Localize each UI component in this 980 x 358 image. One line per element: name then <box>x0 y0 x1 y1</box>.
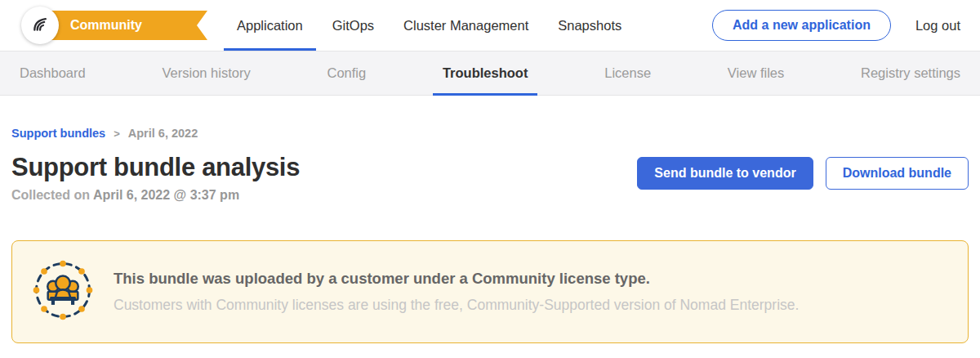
tab-application[interactable]: Application <box>235 0 305 51</box>
subtab-troubleshoot-label: Troubleshoot <box>443 65 528 81</box>
subtab-version-history-label: Version history <box>163 65 251 81</box>
notice-heading: This bundle was uploaded by a customer u… <box>114 270 799 288</box>
tab-cluster-management[interactable]: Cluster Management <box>402 0 530 51</box>
notice-body: Customers with Community licenses are us… <box>114 297 799 314</box>
breadcrumb-support-bundles-link[interactable]: Support bundles <box>11 127 105 140</box>
subtab-dashboard-label: Dashboard <box>20 65 86 81</box>
brand: Community Edition <box>11 0 207 51</box>
community-license-notice: This bundle was uploaded by a customer u… <box>11 240 969 343</box>
community-edition-badge: Community Edition <box>34 11 207 40</box>
subtab-view-files[interactable]: View files <box>726 51 786 95</box>
replicated-mark-icon <box>29 13 51 38</box>
breadcrumb-current: April 6, 2022 <box>128 127 198 140</box>
primary-tabs: Application GitOps Cluster Management Sn… <box>235 0 623 51</box>
tab-snapshots[interactable]: Snapshots <box>556 0 623 51</box>
breadcrumb-separator: > <box>114 128 120 140</box>
subtab-registry-settings[interactable]: Registry settings <box>859 51 962 95</box>
main-content: Support bundles > April 6, 2022 Support … <box>0 127 980 343</box>
app-subnav: Dashboard Version history Config Trouble… <box>0 51 980 96</box>
subtab-config-label: Config <box>327 65 366 81</box>
subtab-version-history[interactable]: Version history <box>161 51 252 95</box>
subtab-license-label: License <box>604 65 651 81</box>
title-row: Support bundle analysis Collected on Apr… <box>11 153 969 203</box>
collected-date: April 6, 2022 @ 3:37 pm <box>93 188 239 202</box>
logout-link[interactable]: Log out <box>915 18 960 34</box>
subtab-registry-settings-label: Registry settings <box>861 65 960 81</box>
tab-cluster-management-label: Cluster Management <box>403 18 528 34</box>
tab-gitops[interactable]: GitOps <box>331 0 376 51</box>
collected-on-line: Collected on April 6, 2022 @ 3:37 pm <box>11 188 300 203</box>
page-title: Support bundle analysis <box>11 153 300 182</box>
notice-text: This bundle was uploaded by a customer u… <box>114 270 799 314</box>
subtab-config[interactable]: Config <box>325 51 368 95</box>
download-bundle-button[interactable]: Download bundle <box>826 157 969 190</box>
add-new-application-button[interactable]: Add a new application <box>712 10 891 41</box>
subtab-troubleshoot[interactable]: Troubleshoot <box>441 51 530 95</box>
app-logo[interactable] <box>21 7 59 44</box>
breadcrumb: Support bundles > April 6, 2022 <box>11 127 969 140</box>
top-navbar: Community Edition Application GitOps Clu… <box>0 0 980 51</box>
community-people-icon <box>30 257 96 326</box>
subtab-dashboard[interactable]: Dashboard <box>18 51 87 95</box>
tab-snapshots-label: Snapshots <box>558 18 621 34</box>
collected-prefix: Collected on <box>11 188 90 202</box>
send-bundle-to-vendor-button[interactable]: Send bundle to vendor <box>637 157 813 190</box>
subtab-license[interactable]: License <box>603 51 653 95</box>
title-block: Support bundle analysis Collected on Apr… <box>11 153 300 203</box>
subtab-view-files-label: View files <box>728 65 784 81</box>
tab-gitops-label: GitOps <box>332 18 374 34</box>
tab-application-label: Application <box>237 18 303 34</box>
bundle-actions: Send bundle to vendor Download bundle <box>637 157 969 190</box>
topnav-right: Add a new application Log out <box>712 10 960 41</box>
